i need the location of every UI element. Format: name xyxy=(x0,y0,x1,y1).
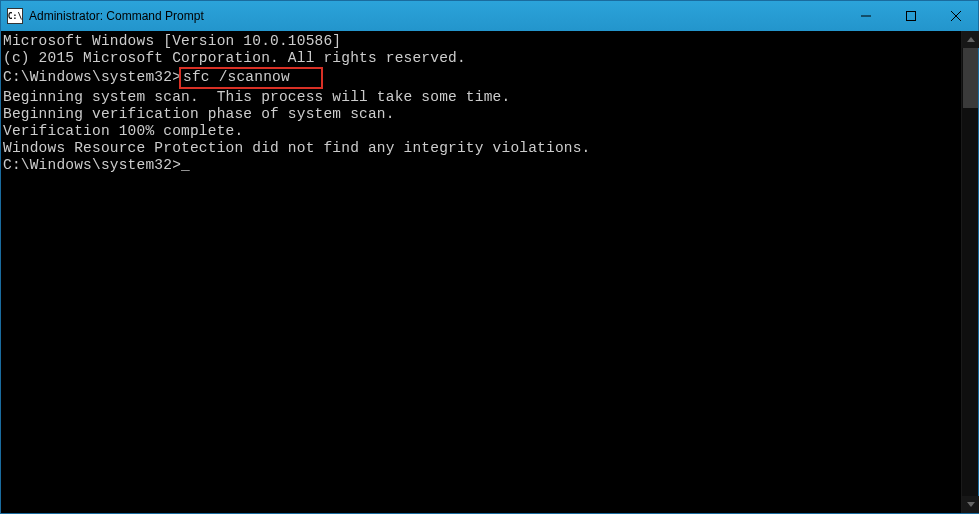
output-line: C:\Windows\system32>sfc /scannow xyxy=(3,67,961,89)
command-prompt-window: C:\ Administrator: Command Prompt xyxy=(0,0,979,514)
minimize-button[interactable] xyxy=(843,1,888,30)
command-highlight: sfc /scannow xyxy=(179,67,323,89)
cursor: _ xyxy=(181,157,190,174)
prompt-path: C:\Windows\system32> xyxy=(3,157,181,173)
terminal-output[interactable]: Microsoft Windows [Version 10.0.10586](c… xyxy=(1,31,961,513)
window-title: Administrator: Command Prompt xyxy=(29,9,843,23)
maximize-button[interactable] xyxy=(888,1,933,30)
close-button[interactable] xyxy=(933,1,978,30)
output-line: C:\Windows\system32>_ xyxy=(3,157,961,174)
scroll-up-icon[interactable] xyxy=(962,31,979,48)
window-controls xyxy=(843,1,978,31)
svg-rect-1 xyxy=(906,11,915,20)
prompt-path: C:\Windows\system32> xyxy=(3,69,181,85)
app-icon: C:\ xyxy=(7,8,23,24)
minimize-icon xyxy=(861,11,871,21)
scrollbar-thumb[interactable] xyxy=(963,48,978,108)
scroll-down-icon[interactable] xyxy=(962,496,979,513)
output-line: Microsoft Windows [Version 10.0.10586] xyxy=(3,33,961,50)
close-icon xyxy=(951,11,961,21)
output-line: (c) 2015 Microsoft Corporation. All righ… xyxy=(3,50,961,67)
app-icon-text: C:\ xyxy=(8,12,22,21)
output-line: Verification 100% complete. xyxy=(3,123,961,140)
output-line: Beginning system scan. This process will… xyxy=(3,89,961,106)
output-line: Windows Resource Protection did not find… xyxy=(3,140,961,157)
output-line: Beginning verification phase of system s… xyxy=(3,106,961,123)
terminal-area: Microsoft Windows [Version 10.0.10586](c… xyxy=(1,31,978,513)
vertical-scrollbar[interactable] xyxy=(961,31,978,513)
maximize-icon xyxy=(906,11,916,21)
titlebar[interactable]: C:\ Administrator: Command Prompt xyxy=(1,1,978,31)
typed-command: sfc /scannow xyxy=(183,69,290,85)
